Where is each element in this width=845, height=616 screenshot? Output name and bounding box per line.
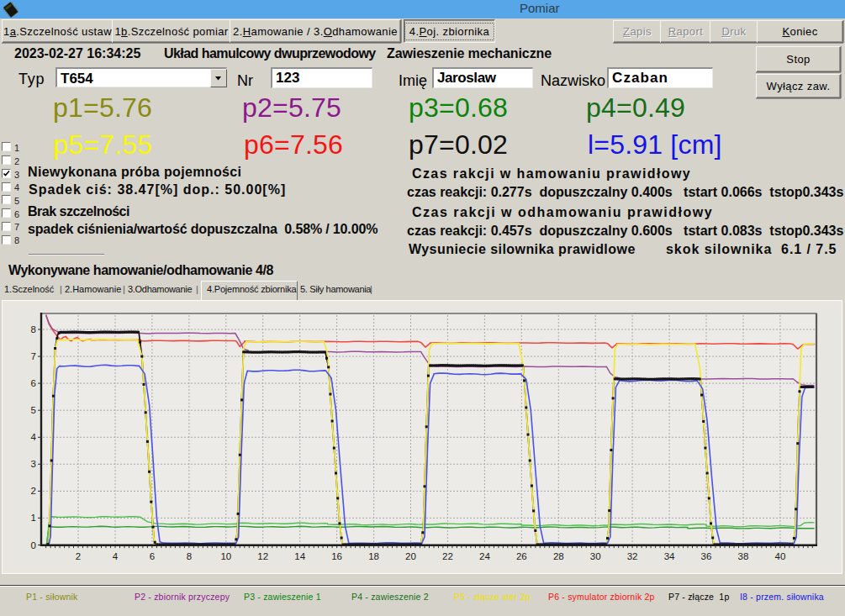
svg-text:10: 10 bbox=[220, 551, 231, 561]
svg-text:3: 3 bbox=[31, 459, 36, 469]
svg-text:2: 2 bbox=[76, 551, 81, 561]
svg-text:8: 8 bbox=[31, 324, 36, 334]
svg-text:26: 26 bbox=[516, 551, 527, 561]
svg-text:8: 8 bbox=[187, 551, 192, 561]
svg-text:2: 2 bbox=[31, 486, 36, 496]
svg-text:18: 18 bbox=[368, 551, 379, 561]
svg-text:32: 32 bbox=[627, 551, 638, 561]
svg-text:1: 1 bbox=[31, 513, 36, 523]
svg-text:14: 14 bbox=[294, 551, 305, 561]
svg-text:6: 6 bbox=[31, 378, 36, 388]
svg-text:38: 38 bbox=[738, 551, 749, 561]
svg-text:22: 22 bbox=[442, 551, 453, 561]
svg-text:16: 16 bbox=[331, 551, 342, 561]
svg-text:12: 12 bbox=[257, 551, 268, 561]
svg-text:34: 34 bbox=[664, 551, 675, 561]
svg-text:4: 4 bbox=[31, 432, 37, 442]
svg-text:28: 28 bbox=[553, 551, 564, 561]
svg-text:20: 20 bbox=[405, 551, 416, 561]
svg-text:36: 36 bbox=[701, 551, 712, 561]
svg-text:7: 7 bbox=[31, 351, 36, 361]
svg-text:6: 6 bbox=[150, 551, 155, 561]
svg-text:0: 0 bbox=[31, 540, 36, 550]
svg-text:30: 30 bbox=[590, 551, 601, 561]
svg-text:40: 40 bbox=[775, 551, 786, 561]
svg-text:4: 4 bbox=[113, 551, 119, 561]
svg-text:24: 24 bbox=[479, 551, 490, 561]
svg-text:5: 5 bbox=[31, 405, 36, 415]
